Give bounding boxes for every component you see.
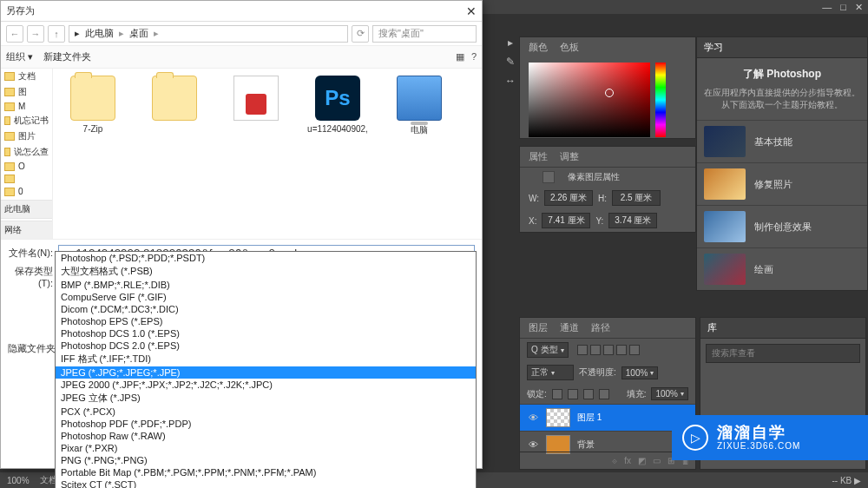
minimize-icon[interactable]: — [822, 2, 832, 12]
learn-item-creative[interactable]: 制作创意效果 [697, 205, 867, 247]
props-subtitle: 像素图层属性 [568, 171, 620, 183]
opacity-input[interactable]: 100% ▾ [621, 366, 659, 379]
x-label: X: [529, 216, 536, 226]
x-input[interactable] [542, 213, 590, 228]
format-option[interactable]: Photoshop DCS 1.0 (*.EPS) [56, 327, 476, 340]
filetype-dropdown[interactable]: Photoshop (*.PSD;*.PDD;*.PSDT)大型文档格式 (*.… [55, 251, 477, 488]
nav-up-button[interactable]: ↑ [48, 25, 65, 43]
visibility-icon[interactable]: 👁 [527, 439, 539, 451]
hue-slider[interactable] [655, 63, 666, 137]
y-label: Y: [595, 216, 603, 226]
close-icon[interactable]: ✕ [855, 2, 863, 13]
file-item[interactable] [143, 76, 206, 124]
height-input[interactable] [612, 190, 661, 206]
filter-adjust-icon[interactable] [590, 345, 601, 355]
psd-icon: Ps [315, 76, 360, 121]
link-icon[interactable]: ⟐ [612, 456, 617, 465]
learn-item-retouch[interactable]: 修复照片 [697, 162, 867, 205]
lock-label: 锁定: [527, 388, 547, 400]
file-item[interactable]: Psu=1124040902, [306, 76, 369, 134]
format-option[interactable]: CompuServe GIF (*.GIF) [56, 291, 476, 303]
view-icon[interactable]: ▦ [456, 51, 464, 63]
format-option[interactable]: Photoshop (*.PSD;*.PDD;*.PSDT) [56, 252, 476, 264]
tab-color[interactable]: 颜色 [529, 41, 548, 54]
tab-swatches[interactable]: 色板 [560, 41, 579, 54]
format-option[interactable]: Pixar (*.PXR) [56, 442, 476, 454]
lock-all-icon[interactable] [599, 389, 609, 399]
blend-mode-select[interactable]: 正常 ▾ [527, 365, 574, 380]
format-option[interactable]: JPEG 2000 (*.JPF;*.JPX;*.JP2;*.J2C;*.J2K… [56, 379, 476, 391]
opacity-label: 不透明度: [579, 366, 616, 379]
tab-layers[interactable]: 图层 [529, 321, 548, 334]
refresh-button[interactable]: ⟳ [352, 25, 369, 43]
visibility-icon[interactable]: 👁 [527, 412, 539, 424]
format-option[interactable]: PCX (*.PCX) [56, 406, 476, 418]
filter-type-icon[interactable] [603, 345, 614, 355]
filter-shape-icon[interactable] [616, 345, 627, 355]
brush-icon[interactable]: ✎ [503, 56, 517, 69]
file-item[interactable]: 7-Zip [62, 76, 124, 134]
width-input[interactable] [544, 190, 593, 206]
layer-row-1[interactable]: 👁 图层 1 [520, 404, 695, 431]
filter-smart-icon[interactable] [629, 345, 640, 355]
color-handle[interactable] [605, 89, 614, 97]
breadcrumb[interactable]: ▸ 此电脑 ▸ 桌面 ▸ [69, 25, 348, 43]
format-option[interactable]: Photoshop PDF (*.PDF;*.PDP) [56, 418, 476, 430]
tree-this-pc[interactable]: 此电脑 [1, 200, 52, 219]
filetype-label: 保存类型(T): [8, 265, 53, 288]
learn-item-painting[interactable]: 绘画 [697, 247, 867, 290]
format-option[interactable]: Photoshop DCS 2.0 (*.EPS) [56, 340, 476, 352]
layer-filter-select[interactable]: Q 类型 ▾ [527, 342, 569, 358]
format-option[interactable]: Portable Bit Map (*.PBM;*.PGM;*.PPM;*.PN… [56, 466, 476, 478]
search-input[interactable]: 搜索"桌面" [372, 25, 477, 43]
tab-libraries[interactable]: 库 [707, 321, 717, 334]
fx-icon[interactable]: fx [624, 456, 631, 465]
color-field[interactable] [529, 63, 650, 137]
format-option[interactable]: Photoshop EPS (*.EPS) [56, 315, 476, 327]
format-option[interactable]: JPEG 立体 (*.JPS) [56, 391, 476, 406]
h-label: H: [598, 194, 607, 203]
folder-tree[interactable]: 文档 图 M 机忘记书 图片 说怎么查 O 0 此电脑 网络 [1, 69, 53, 239]
libraries-search[interactable]: 搜索库查看 [706, 344, 860, 363]
history-icon[interactable]: ▸ [503, 36, 517, 50]
tab-paths[interactable]: 路径 [591, 321, 610, 334]
tree-network[interactable]: 网络 [1, 221, 52, 239]
mask-icon[interactable]: ◩ [638, 456, 646, 465]
format-option[interactable]: Photoshop Raw (*.RAW) [56, 430, 476, 442]
watermark: ▷ 溜溜自学 ZIXUE.3D66.COM [672, 415, 868, 460]
zoom-level[interactable]: 100% [7, 476, 30, 485]
tab-channels[interactable]: 通道 [560, 321, 579, 334]
new-folder-button[interactable]: 新建文件夹 [43, 50, 91, 63]
format-option[interactable]: Dicom (*.DCM;*.DC3;*.DIC) [56, 303, 476, 315]
format-option[interactable]: 大型文档格式 (*.PSB) [56, 264, 476, 279]
filter-pixel-icon[interactable] [577, 345, 588, 355]
nav-fwd-button[interactable]: → [27, 25, 44, 43]
format-option[interactable]: JPEG (*.JPG;*.JPEG;*.JPE) [56, 366, 476, 379]
y-input[interactable] [608, 213, 657, 228]
format-option[interactable]: BMP (*.BMP;*.RLE;*.DIB) [56, 279, 476, 291]
folder-icon[interactable]: ▭ [653, 456, 661, 465]
fill-input[interactable]: 100% ▾ [651, 387, 688, 400]
lock-pos-icon[interactable] [583, 389, 594, 399]
file-item[interactable]: 电脑 [388, 76, 450, 136]
hide-folders-link[interactable]: 隐藏文件夹 [8, 342, 56, 355]
format-option[interactable]: PNG (*.PNG;*.PNG) [56, 454, 476, 466]
layers-panel: 图层 通道 路径 Q 类型 ▾ 正常 ▾ 不透明度: 100% ▾ 锁定: [519, 317, 696, 470]
organize-menu[interactable]: 组织 ▾ [6, 50, 33, 63]
lock-trans-icon[interactable] [552, 389, 562, 399]
file-list[interactable]: 7-Zip Psu=1124040902, 电脑 [53, 69, 482, 239]
help-icon[interactable]: ? [471, 51, 477, 63]
tab-adjust[interactable]: 调整 [560, 150, 579, 163]
close-icon[interactable]: ✕ [466, 4, 477, 18]
nav-back-button[interactable]: ← [6, 25, 23, 43]
format-option[interactable]: Scitex CT (*.SCT) [56, 478, 476, 488]
tab-properties[interactable]: 属性 [529, 150, 548, 163]
swap-icon[interactable]: ↔ [503, 75, 517, 89]
pc-icon [397, 76, 442, 121]
lock-pixel-icon[interactable] [568, 389, 578, 399]
file-item[interactable] [225, 76, 287, 124]
learn-item-basics[interactable]: 基本技能 [697, 120, 867, 162]
maximize-icon[interactable]: □ [840, 2, 846, 12]
tab-learn[interactable]: 学习 [704, 41, 723, 54]
format-option[interactable]: IFF 格式 (*.IFF;*.TDI) [56, 352, 476, 366]
